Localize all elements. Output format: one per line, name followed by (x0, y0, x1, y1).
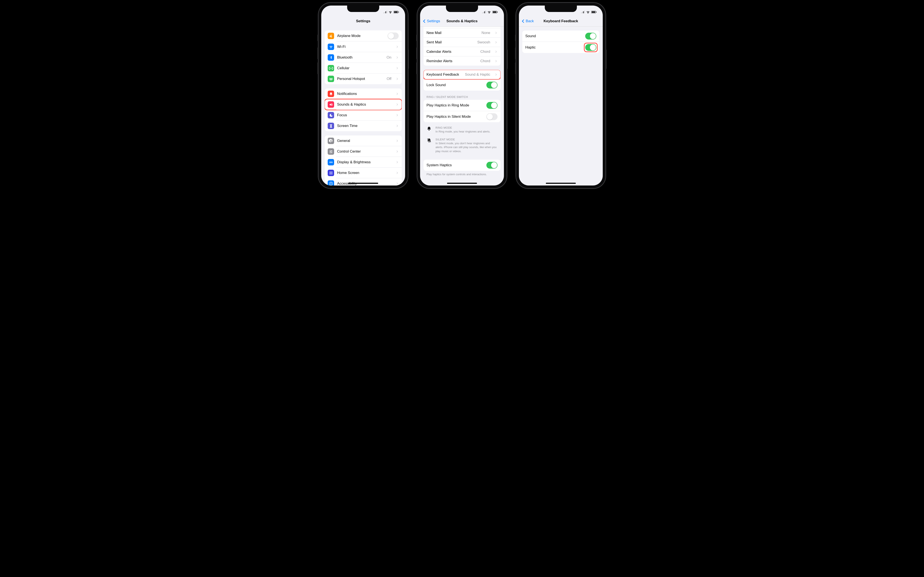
row-label: Sent Mail (426, 40, 474, 44)
chevron-right-icon (396, 67, 399, 70)
row-calendar-alerts[interactable]: Calendar AlertsChord (423, 47, 501, 56)
wifi-status-icon: height="24"> (586, 10, 590, 13)
notch (545, 6, 577, 12)
chevron-right-icon (396, 182, 399, 185)
row-sound[interactable]: Sound (522, 31, 599, 42)
chevron-right-icon (396, 161, 399, 164)
row-label: Display & Brightness (337, 160, 391, 164)
row-label: Screen Time (337, 124, 391, 128)
row-label: Wi-Fi (337, 45, 388, 49)
row-sent-mail[interactable]: Sent MailSwoosh (423, 37, 501, 47)
row-play-haptics-in-ring-mode[interactable]: Play Haptics in Ring Mode (423, 100, 501, 111)
row-sounds-haptics[interactable]: Sounds & Haptics (325, 99, 402, 110)
back-button[interactable]: Settings (422, 19, 440, 23)
back-button[interactable]: Back (521, 19, 534, 23)
row-focus[interactable]: Focus (325, 110, 402, 121)
airplane-icon (328, 33, 334, 39)
svg-rect-28 (485, 11, 486, 13)
toggle[interactable] (486, 102, 498, 109)
row-wi-fi[interactable]: Wi-Fi (325, 42, 402, 52)
moon-icon (328, 112, 334, 118)
info-desc: In Silent mode, you don't hear ringtones… (436, 142, 498, 153)
row-bluetooth[interactable]: BluetoothOn (325, 52, 402, 63)
row-lock-sound[interactable]: Lock Sound (423, 79, 501, 90)
svg-rect-27 (484, 11, 485, 13)
row-display-brightness[interactable]: AADisplay & Brightness (325, 157, 402, 168)
row-label: Play Haptics in Silent Mode (426, 114, 483, 119)
nav-title: Settings (356, 19, 370, 23)
settings-group: Play Haptics in Ring ModePlay Haptics in… (423, 100, 501, 122)
toggle[interactable] (585, 33, 596, 40)
cellular-icon (328, 65, 334, 71)
notch (347, 6, 379, 12)
row-haptic[interactable]: Haptic (522, 42, 599, 53)
row-detail: Chord (480, 59, 490, 63)
home-indicator (348, 183, 378, 184)
row-airplane-mode[interactable]: Airplane Mode (325, 31, 402, 42)
toggle[interactable] (388, 32, 399, 39)
content[interactable]: New MailNoneSent MailSwooshCalendar Aler… (420, 27, 504, 185)
row-label: Haptic (525, 45, 582, 50)
svg-rect-34 (581, 13, 582, 13)
row-screen-time[interactable]: Screen Time (325, 121, 402, 131)
row-reminder-alerts[interactable]: Reminder AlertsChord (423, 56, 501, 66)
content[interactable]: Airplane ModeWi-FiBluetoothOnCellularPer… (321, 26, 405, 185)
row-home-screen[interactable]: Home Screen (325, 168, 402, 178)
phone-frame: height="24">height="24">height="24">Sett… (318, 3, 408, 189)
svg-rect-15 (331, 172, 333, 172)
row-accessibility[interactable]: Accessibility (325, 178, 402, 185)
nav-bar: BackKeyboard Feedback (519, 16, 603, 26)
chevron-right-icon (494, 50, 498, 53)
wifi-status-icon: height="24"> (487, 10, 491, 13)
svg-point-10 (330, 150, 331, 151)
gear-icon (328, 138, 334, 144)
phone-frame: height="24">height="24">height="24">Sett… (417, 3, 507, 189)
row-label: Calendar Alerts (426, 50, 477, 54)
row-label: Sound (525, 34, 582, 38)
chevron-right-icon (494, 73, 498, 76)
row-general[interactable]: General (325, 135, 402, 146)
row-notifications[interactable]: Notifications (325, 89, 402, 99)
nav-title: Sounds & Haptics (446, 19, 477, 23)
info-row: SILENT MODEIn Silent mode, you don't hea… (423, 136, 501, 155)
row-detail: On (386, 55, 391, 60)
settings-group: System Haptics (423, 160, 501, 171)
chevron-right-icon (494, 31, 498, 34)
row-play-haptics-in-silent-mode[interactable]: Play Haptics in Silent Mode (423, 111, 501, 122)
row-detail: Swoosh (477, 40, 490, 44)
settings-group: GeneralControl CenterAADisplay & Brightn… (325, 135, 402, 185)
toggle[interactable] (486, 82, 498, 89)
signal-icon: height="24"> (383, 11, 387, 13)
row-label: Personal Hotspot (337, 77, 384, 81)
svg-rect-3 (386, 11, 387, 13)
svg-rect-26 (483, 12, 484, 13)
svg-rect-39 (591, 11, 595, 13)
svg-rect-17 (331, 173, 333, 174)
battery-icon: height="24"> (591, 11, 597, 13)
bell-icon (328, 90, 334, 97)
row-system-haptics[interactable]: System Haptics (423, 160, 501, 171)
back-label: Back (526, 19, 534, 23)
bluetooth-icon (328, 54, 334, 61)
row-detail: None (481, 31, 490, 35)
row-label: Home Screen (337, 171, 391, 175)
row-control-center[interactable]: Control Center (325, 146, 402, 157)
home-indicator (447, 183, 477, 184)
svg-point-19 (330, 182, 331, 183)
hotspot-icon (328, 76, 334, 82)
accessibility-icon (328, 181, 334, 185)
row-detail: Off (387, 77, 391, 81)
toggle[interactable] (486, 113, 498, 120)
content[interactable]: SoundHaptic (519, 27, 603, 185)
row-cellular[interactable]: Cellular (325, 63, 402, 74)
chevron-right-icon (396, 114, 399, 117)
row-keyboard-feedback[interactable]: Keyboard FeedbackSound & Haptic (423, 70, 501, 79)
row-label: System Haptics (426, 163, 483, 167)
toggle[interactable] (585, 44, 596, 51)
row-personal-hotspot[interactable]: Personal HotspotOff (325, 74, 402, 84)
svg-rect-14 (330, 172, 331, 172)
row-new-mail[interactable]: New MailNone (423, 28, 501, 37)
row-label: Play Haptics in Ring Mode (426, 103, 483, 108)
chevron-right-icon (396, 150, 399, 153)
toggle[interactable] (486, 162, 498, 169)
